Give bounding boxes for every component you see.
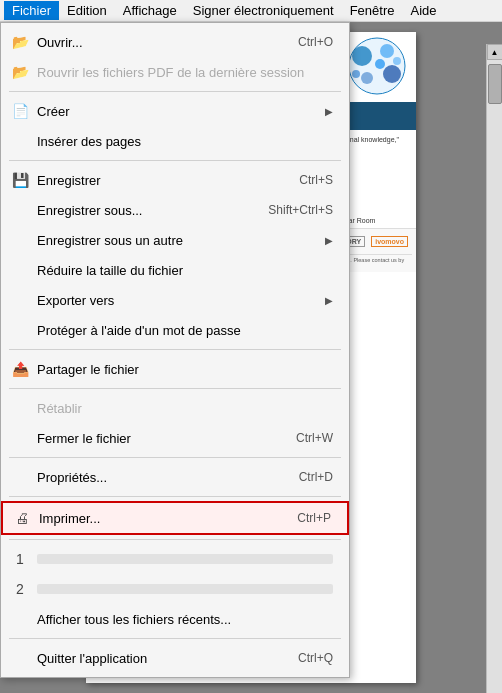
imprimer-label: Imprimer... — [39, 511, 281, 526]
partager-label: Partager le fichier — [37, 362, 333, 377]
svg-point-6 — [352, 70, 360, 78]
scrollbar-vertical[interactable]: ▲ — [486, 44, 502, 693]
retablir-label: Rétablir — [37, 401, 333, 416]
menu-reduire[interactable]: Réduire la taille du fichier — [1, 255, 349, 285]
sponsor-ivomovo: ivomovo — [371, 236, 408, 247]
inserer-icon — [9, 130, 31, 152]
creer-label: Créer — [37, 104, 317, 119]
proprietes-label: Propriétés... — [37, 470, 283, 485]
proteger-label: Protéger à l'aide d'un mot de passe — [37, 323, 333, 338]
quit-icon — [9, 647, 31, 669]
menu-partager[interactable]: 📤 Partager le fichier — [1, 354, 349, 384]
inserer-label: Insérer des pages — [37, 134, 333, 149]
svg-point-4 — [361, 72, 373, 84]
recent2-filename — [37, 584, 333, 594]
separator-7 — [9, 539, 341, 540]
ouvrir-label: Ouvrir... — [37, 35, 282, 50]
scroll-thumb[interactable] — [488, 64, 502, 104]
separator-3 — [9, 349, 341, 350]
menu-signer[interactable]: Signer électroniquement — [185, 1, 342, 20]
menu-fenetre[interactable]: Fenêtre — [342, 1, 403, 20]
reduire-label: Réduire la taille du fichier — [37, 263, 333, 278]
scroll-up-button[interactable]: ▲ — [487, 44, 503, 60]
creer-arrow: ▶ — [325, 106, 333, 117]
separator-6 — [9, 496, 341, 497]
menu-edition[interactable]: Edition — [59, 1, 115, 20]
fermer-shortcut: Ctrl+W — [296, 431, 333, 445]
fichier-dropdown-menu: 📂 Ouvrir... Ctrl+O 📂 Rouvrir les fichier… — [0, 22, 350, 678]
afficher-recents-icon — [9, 608, 31, 630]
menu-enregistrer-sous[interactable]: Enregistrer sous... Shift+Ctrl+S — [1, 195, 349, 225]
ouvrir-shortcut: Ctrl+O — [298, 35, 333, 49]
enregistrer-sous-shortcut: Shift+Ctrl+S — [268, 203, 333, 217]
menu-recent-1[interactable]: 1 — [1, 544, 349, 574]
recent1-filename — [37, 554, 333, 564]
share-icon: 📤 — [9, 358, 31, 380]
exporter-label: Exporter vers — [37, 293, 317, 308]
menu-ouvrir[interactable]: 📂 Ouvrir... Ctrl+O — [1, 27, 349, 57]
enregistrer-autre-label: Enregistrer sous un autre — [37, 233, 317, 248]
rouvrir-label: Rouvrir les fichiers PDF de la dernière … — [37, 65, 333, 80]
svg-point-2 — [380, 44, 394, 58]
svg-point-7 — [393, 57, 401, 65]
menu-rouvrir: 📂 Rouvrir les fichiers PDF de la dernièr… — [1, 57, 349, 87]
exporter-arrow: ▶ — [325, 295, 333, 306]
svg-point-1 — [352, 46, 372, 66]
properties-icon — [9, 466, 31, 488]
retablir-icon — [9, 397, 31, 419]
menu-retablir: Rétablir — [1, 393, 349, 423]
close-file-icon — [9, 427, 31, 449]
quitter-label: Quitter l'application — [37, 651, 282, 666]
export-icon — [9, 289, 31, 311]
menu-proteger[interactable]: Protéger à l'aide d'un mot de passe — [1, 315, 349, 345]
separator-4 — [9, 388, 341, 389]
enregistrer-label: Enregistrer — [37, 173, 283, 188]
menu-afficher-recents[interactable]: Afficher tous les fichiers récents... — [1, 604, 349, 634]
protect-icon — [9, 319, 31, 341]
proprietes-shortcut: Ctrl+D — [299, 470, 333, 484]
menu-aide[interactable]: Aide — [402, 1, 444, 20]
svg-point-3 — [383, 65, 401, 83]
app-window: Fichier Edition Affichage Signer électro… — [0, 0, 502, 693]
reduce-icon — [9, 259, 31, 281]
quitter-shortcut: Ctrl+Q — [298, 651, 333, 665]
print-icon: 🖨 — [11, 507, 33, 529]
save-icon: 💾 — [9, 169, 31, 191]
create-icon: 📄 — [9, 100, 31, 122]
menu-proprietes[interactable]: Propriétés... Ctrl+D — [1, 462, 349, 492]
doc-logo — [342, 36, 412, 96]
menu-enregistrer[interactable]: 💾 Enregistrer Ctrl+S — [1, 165, 349, 195]
separator-2 — [9, 160, 341, 161]
menu-inserer[interactable]: Insérer des pages — [1, 126, 349, 156]
menu-bar: Fichier Edition Affichage Signer électro… — [0, 0, 502, 22]
recent2-num: 2 — [9, 578, 31, 600]
afficher-recents-label: Afficher tous les fichiers récents... — [37, 612, 333, 627]
folder-open-icon: 📂 — [9, 31, 31, 53]
menu-recent-2[interactable]: 2 — [1, 574, 349, 604]
menu-fichier[interactable]: Fichier — [4, 1, 59, 20]
separator-8 — [9, 638, 341, 639]
separator-1 — [9, 91, 341, 92]
menu-quitter[interactable]: Quitter l'application Ctrl+Q — [1, 643, 349, 673]
enregistrer-shortcut: Ctrl+S — [299, 173, 333, 187]
save-another-icon — [9, 229, 31, 251]
save-as-icon — [9, 199, 31, 221]
svg-point-5 — [375, 59, 385, 69]
folder-recent-icon: 📂 — [9, 61, 31, 83]
menu-affichage[interactable]: Affichage — [115, 1, 185, 20]
fermer-label: Fermer le fichier — [37, 431, 280, 446]
menu-exporter[interactable]: Exporter vers ▶ — [1, 285, 349, 315]
recent1-num: 1 — [9, 548, 31, 570]
menu-imprimer[interactable]: 🖨 Imprimer... Ctrl+P — [1, 501, 349, 535]
enregistrer-sous-label: Enregistrer sous... — [37, 203, 252, 218]
separator-5 — [9, 457, 341, 458]
enregistrer-autre-arrow: ▶ — [325, 235, 333, 246]
menu-enregistrer-autre[interactable]: Enregistrer sous un autre ▶ — [1, 225, 349, 255]
menu-creer[interactable]: 📄 Créer ▶ — [1, 96, 349, 126]
imprimer-shortcut: Ctrl+P — [297, 511, 331, 525]
menu-fermer[interactable]: Fermer le fichier Ctrl+W — [1, 423, 349, 453]
